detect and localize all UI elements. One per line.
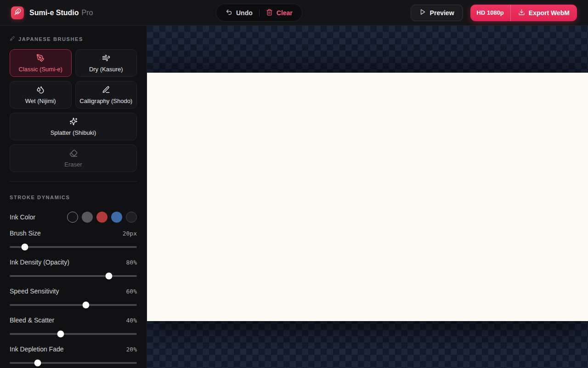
export-webm-button[interactable]: Export WebM (511, 5, 577, 21)
ink-color-row: Ink Color (10, 212, 137, 223)
topbar-actions: Preview HD 1080p Export WebM (411, 5, 577, 21)
app-logo (11, 6, 24, 19)
brush-label: Dry (Kasure) (89, 66, 123, 73)
dynamics-section-label: STROKE DYNAMICS (10, 195, 70, 200)
export-label: Export WebM (529, 9, 570, 17)
top-toolbar: Sumi-e Studio Pro Undo Clear (0, 0, 588, 26)
ink-density-slider-group: Ink Density (Opacity) 80% (10, 259, 137, 277)
brush-calligraphy-shodo[interactable]: Calligraphy (Shodo) (75, 81, 137, 109)
slider-value: 80% (126, 259, 137, 266)
swatch-red[interactable] (96, 212, 107, 223)
swatch-black[interactable] (67, 212, 78, 223)
drawing-canvas[interactable] (147, 73, 588, 321)
swatch-blue[interactable] (111, 212, 122, 223)
brush-label: Wet (Nijimi) (25, 98, 56, 104)
slider-value: 20% (126, 346, 137, 353)
slider-track[interactable] (10, 362, 137, 364)
brushes-section-title: JAPANESE BRUSHES (10, 36, 137, 42)
clear-button[interactable]: Clear (260, 4, 299, 21)
slider-label: Bleed & Scatter (10, 316, 54, 324)
pen-nib-icon (36, 54, 45, 63)
feather-icon (14, 8, 21, 17)
brush-dry-kasure[interactable]: Dry (Kasure) (75, 49, 137, 77)
dynamics-section-title: STROKE DYNAMICS (10, 195, 137, 200)
slider-track[interactable] (10, 304, 137, 306)
section-divider (10, 181, 137, 182)
slider-track[interactable] (10, 333, 137, 335)
undo-button[interactable]: Undo (219, 4, 259, 21)
brush-label: Splatter (Shibuki) (51, 129, 96, 136)
slider-thumb[interactable] (34, 360, 41, 367)
paintbrush-icon (10, 36, 15, 42)
trash-icon (266, 9, 273, 17)
sparkles-icon (69, 117, 78, 127)
tools-sidebar: JAPANESE BRUSHES Classic (Sumi-e) Dry (K… (0, 26, 147, 368)
pen-line-icon (102, 86, 110, 95)
download-icon (518, 9, 525, 17)
wind-icon (102, 54, 110, 63)
brush-label: Calligraphy (Shodo) (79, 98, 132, 104)
ink-color-label: Ink Color (10, 213, 35, 221)
ink-swatch-group (67, 212, 137, 223)
brush-splatter-shibuki[interactable]: Splatter (Shibuki) (10, 113, 137, 140)
clear-label: Clear (277, 9, 293, 17)
slider-label: Ink Depletion Fade (10, 345, 64, 353)
play-icon (419, 9, 426, 17)
quality-badge: HD 1080p (470, 5, 510, 21)
ink-depletion-slider-group: Ink Depletion Fade 20% (10, 345, 137, 364)
swatch-gray[interactable] (82, 212, 93, 223)
slider-value: 20px (123, 230, 137, 237)
brush-size-slider-group: Brush Size 20px (10, 230, 137, 248)
app-title-group: Sumi-e Studio Pro (29, 9, 93, 17)
slider-value: 60% (126, 288, 137, 295)
brush-grid: Classic (Sumi-e) Dry (Kasure) Wet (Nijim… (10, 49, 137, 172)
brush-eraser[interactable]: Eraser (10, 144, 137, 172)
slider-track[interactable] (10, 275, 137, 277)
slider-value: 40% (126, 317, 137, 324)
slider-label: Ink Density (Opacity) (10, 259, 69, 266)
slider-thumb[interactable] (83, 302, 90, 309)
slider-label: Brush Size (10, 230, 41, 237)
speed-sensitivity-slider-group: Speed Sensitivity 60% (10, 288, 137, 306)
brush-wet-nijimi[interactable]: Wet (Nijimi) (10, 81, 72, 109)
export-group: HD 1080p Export WebM (470, 5, 577, 21)
undo-label: Undo (236, 9, 253, 17)
droplets-icon (36, 86, 45, 95)
slider-thumb[interactable] (106, 273, 113, 280)
brush-label: Classic (Sumi-e) (19, 66, 62, 73)
slider-thumb[interactable] (22, 244, 28, 251)
brushes-section-label: JAPANESE BRUSHES (18, 36, 83, 42)
app-title: Sumi-e Studio (29, 9, 79, 17)
eraser-icon (69, 149, 78, 159)
history-controls: Undo Clear (216, 4, 302, 22)
preview-button[interactable]: Preview (411, 5, 463, 21)
bleed-scatter-slider-group: Bleed & Scatter 40% (10, 316, 137, 335)
brush-label: Eraser (64, 161, 82, 168)
slider-track[interactable] (10, 246, 137, 248)
canvas-workspace (147, 26, 588, 368)
preview-label: Preview (430, 9, 454, 17)
brush-classic-sumie[interactable]: Classic (Sumi-e) (10, 49, 72, 77)
slider-thumb[interactable] (57, 331, 64, 338)
slider-label: Speed Sensitivity (10, 288, 59, 295)
pro-badge: Pro (82, 9, 93, 17)
undo-icon (226, 9, 232, 17)
swatch-white[interactable] (126, 212, 137, 223)
app-root: Sumi-e Studio Pro Undo Clear (0, 0, 588, 368)
